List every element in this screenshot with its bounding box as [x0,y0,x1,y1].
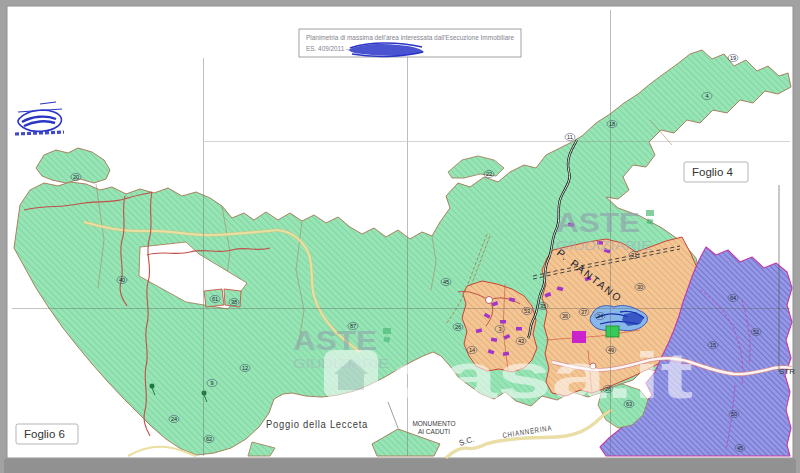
label-foglio6: Foglio 6 [24,428,65,440]
parcel-number: 52 [753,329,759,335]
parcel-number: 37 [581,309,587,315]
title-line2: ES. 409/2011 - [306,45,348,52]
parcel-number: 50 [731,411,737,417]
parcel-number: 15 [710,342,716,348]
parcel-number: 53 [524,308,530,314]
parcel-number: 45 [737,445,743,451]
watermark-aste-1: ASTE GIUDIZIARIE [556,208,654,253]
parcel-number: 24 [171,416,177,422]
map-canvas: Planimetria di massima dell'area interes… [0,0,800,473]
parcel-number: 40 [119,277,125,283]
label-monumento-line1: MONUMENTO [412,420,455,427]
label-monumento-line2: AI CADUTI [418,428,450,435]
parcel-number: 12 [242,365,248,371]
road-junction-circle [486,297,493,304]
parcel-number: 11 [567,134,573,140]
parcel-number: 36 [562,313,568,319]
parcel-number: 24 [597,313,603,319]
parcel-number: 38 [231,299,237,305]
parcel-number: 18 [609,121,615,127]
parcel-number: 35 [540,303,546,309]
parcel-number: 20 [73,174,79,180]
cadastral-map-page: Planimetria di massima dell'area interes… [0,0,800,473]
parcel-number: 62 [206,436,212,442]
parcel-number: 45 [443,279,449,285]
label-str: STR [779,367,795,376]
title-line1: Planimetria di massima dell'area interes… [306,34,514,41]
watermark-aste-text: ASTE [556,208,640,238]
label-foglio4: Foglio 4 [692,166,734,178]
parcel-number: 4 [705,93,708,99]
parcel-number: 30 [637,284,643,290]
label-poggio: Poggio della Lecceta [266,418,368,430]
watermark-casait-text: casa.it [388,340,693,412]
parcel-number: 19 [730,55,736,61]
bright-green-parcel [606,326,619,337]
title-box: Planimetria di massima dell'area interes… [299,29,521,57]
parcel-number: 9 [210,380,213,386]
parcel-number: 22 [486,171,492,177]
watermark-giudiziarie-text: GIUDIZIARIE [556,238,652,253]
redaction-scribble [348,43,424,56]
parcel-number: 26 [455,324,461,330]
parcel-number: 61 [212,296,218,302]
bottom-gray-bar [4,459,796,473]
parcel-number: 3 [498,326,501,332]
parcel-number: 64 [730,295,736,301]
